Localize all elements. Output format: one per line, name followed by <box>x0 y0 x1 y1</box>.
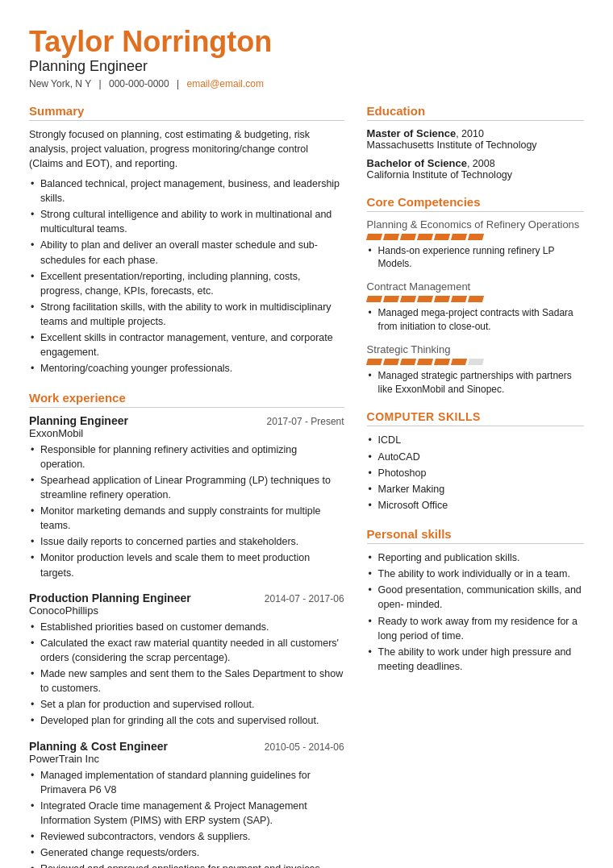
bar-segment <box>400 296 416 302</box>
job-bullets: Responsible for planning refinery activi… <box>29 442 344 580</box>
job-bullets: Managed implementation of standard plann… <box>29 768 344 868</box>
education-entry: Master of Science, 2010Massachusetts Ins… <box>367 127 584 151</box>
resume-container: Taylor Norrington Planning Engineer New … <box>29 26 584 868</box>
jobs-container: Planning Engineer2017-07 - PresentExxonM… <box>29 414 344 868</box>
separator1: | <box>99 78 102 89</box>
summary-intro: Strongly focused on planning, cost estim… <box>29 127 344 171</box>
edu-degree: Bachelor of Science <box>367 157 467 169</box>
job-entry: Planning Engineer2017-07 - PresentExxonM… <box>29 414 344 580</box>
bar-segment <box>383 296 399 302</box>
competency-item: Planning & Economics of Refinery Operati… <box>367 218 584 272</box>
competency-item: Strategic ThinkingManaged strategic part… <box>367 343 584 397</box>
bar-segment <box>434 296 450 302</box>
job-company: PowerTrain Inc <box>29 753 344 765</box>
bar-segment <box>366 234 382 240</box>
job-bullet: Reviewed and approved applications for p… <box>29 862 344 868</box>
bar-segment <box>383 234 399 240</box>
two-columns: Summary Strongly focused on planning, co… <box>29 104 584 868</box>
job-dates: 2014-07 - 2017-06 <box>265 593 344 604</box>
competency-name: Planning & Economics of Refinery Operati… <box>367 218 584 230</box>
job-header: Production Planning Engineer2014-07 - 20… <box>29 592 344 604</box>
job-bullet: Reviewed subcontractors, vendors & suppl… <box>29 829 344 844</box>
email-link[interactable]: email@email.com <box>187 78 265 89</box>
job-company: ConocoPhillips <box>29 604 344 617</box>
competency-detail: Managed strategic partnerships with part… <box>367 369 584 397</box>
job-title: Planning Engineer <box>29 414 128 427</box>
job-header: Planning & Cost Engineer2010-05 - 2014-0… <box>29 740 344 753</box>
bar-segment <box>366 296 382 302</box>
job-title: Production Planning Engineer <box>29 592 191 604</box>
competency-bar <box>367 359 584 365</box>
job-dates: 2017-07 - Present <box>267 416 344 427</box>
bar-segment <box>468 234 484 240</box>
bar-segment <box>383 359 399 365</box>
personal-skill-item: The ability to work under high pressure … <box>367 645 584 674</box>
job-entry: Production Planning Engineer2014-07 - 20… <box>29 592 344 729</box>
job-bullets: Established priorities based on customer… <box>29 620 344 729</box>
competency-item: Contract ManagementManaged mega-project … <box>367 280 584 334</box>
competency-name: Contract Management <box>367 280 584 293</box>
full-name: Taylor Norrington <box>29 26 584 58</box>
summary-bullet: Mentoring/coaching younger professionals… <box>29 361 344 376</box>
summary-bullet: Strong facilitation skills, with the abi… <box>29 300 344 329</box>
job-bullet: Developed plan for grinding all the cots… <box>29 713 344 728</box>
edu-year: , 2008 <box>467 158 495 169</box>
job-bullet: Generated change requests/orders. <box>29 845 344 860</box>
bar-segment <box>451 296 467 302</box>
competency-bar <box>367 234 584 240</box>
skill-item: ICDL <box>367 433 584 447</box>
skill-item: Marker Making <box>367 482 584 496</box>
skill-item: Photoshop <box>367 466 584 480</box>
right-column: Education Master of Science, 2010Massach… <box>367 104 584 868</box>
competency-detail: Hands-on experience running refinery LP … <box>367 244 584 272</box>
edu-school: Massachusetts Institute of Technology <box>367 139 584 151</box>
education-container: Master of Science, 2010Massachusetts Ins… <box>367 127 584 181</box>
phone: 000-000-0000 <box>109 78 169 89</box>
edu-degree: Master of Science <box>367 127 457 139</box>
summary-bullets: Balanced technical, project management, … <box>29 177 344 376</box>
competency-bar <box>367 296 584 302</box>
summary-bullet: Excellent presentation/reporting, includ… <box>29 269 344 298</box>
summary-bullet: Balanced technical, project management, … <box>29 177 344 206</box>
competencies-container: Planning & Economics of Refinery Operati… <box>367 218 584 397</box>
job-bullet: Monitor marketing demands and supply con… <box>29 504 344 533</box>
job-entry: Planning & Cost Engineer2010-05 - 2014-0… <box>29 740 344 868</box>
bar-segment <box>434 359 450 365</box>
personal-skill-item: The ability to work individually or in a… <box>367 567 584 581</box>
core-competencies-title: Core Competencies <box>367 195 584 212</box>
competency-detail: Managed mega-project contracts with Sada… <box>367 306 584 334</box>
bar-segment <box>434 234 450 240</box>
computer-skills-list: ICDLAutoCADPhotoshopMarker MakingMicroso… <box>367 433 584 513</box>
personal-skill-item: Reporting and publication skills. <box>367 550 584 565</box>
separator2: | <box>177 78 181 89</box>
job-bullet: Made new samples and sent them to the Sa… <box>29 667 344 696</box>
job-bullet: Spearhead application of Linear Programm… <box>29 473 344 502</box>
education-entry: Bachelor of Science, 2008California Inst… <box>367 157 584 181</box>
personal-skills-title: Personal skills <box>367 527 584 544</box>
header: Taylor Norrington Planning Engineer New … <box>29 26 584 89</box>
summary-bullet: Excellent skills in contractor managemen… <box>29 330 344 359</box>
bar-segment <box>400 234 416 240</box>
education-title: Education <box>367 104 584 121</box>
edu-school: California Institute of Technology <box>367 169 584 181</box>
job-title: Planning & Cost Engineer <box>29 740 168 753</box>
bar-segment <box>417 359 433 365</box>
skill-item: Microsoft Office <box>367 498 584 513</box>
job-title: Planning Engineer <box>29 58 584 75</box>
job-bullet: Managed implementation of standard plann… <box>29 768 344 797</box>
job-bullet: Issue daily reports to concerned parties… <box>29 534 344 549</box>
edu-year: , 2010 <box>456 128 484 139</box>
bar-segment <box>417 296 433 302</box>
bar-segment <box>451 234 467 240</box>
bar-segment <box>400 359 416 365</box>
contact-info: New York, N Y | 000-000-0000 | email@ema… <box>29 78 584 89</box>
bar-segment <box>468 359 484 365</box>
computer-skills-title: COMPUTER SKILLS <box>367 410 584 426</box>
competency-name: Strategic Thinking <box>367 343 584 355</box>
job-bullet: Set a plan for production and supervised… <box>29 697 344 712</box>
job-bullet: Established priorities based on customer… <box>29 620 344 634</box>
bar-segment <box>468 296 484 302</box>
job-bullet: Responsible for planning refinery activi… <box>29 442 344 471</box>
job-bullet: Calculated the exact raw material quanti… <box>29 636 344 665</box>
left-column: Summary Strongly focused on planning, co… <box>29 104 344 868</box>
